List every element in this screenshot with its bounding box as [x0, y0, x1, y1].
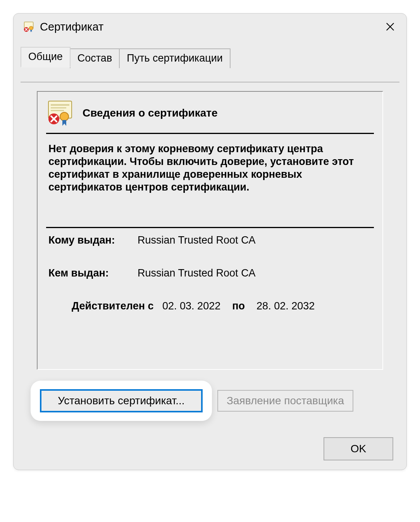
valid-from: 02. 03. 2022: [162, 300, 220, 312]
info-panel: Сведения о сертификате Нет доверия к это…: [37, 91, 383, 370]
info-heading: Сведения о сертификате: [83, 107, 218, 119]
valid-mid: по: [232, 300, 245, 312]
titlebar: Сертификат: [14, 14, 406, 37]
valid-to: 28. 02. 2032: [256, 300, 315, 312]
issued-by-row: Кем выдан: Russian Trusted Root CA: [48, 267, 372, 279]
tab-details[interactable]: Состав: [70, 48, 120, 68]
certificate-error-icon: [22, 20, 36, 34]
close-icon[interactable]: [382, 19, 398, 34]
issued-to-row: Кому выдан: Russian Trusted Root CA: [48, 234, 372, 246]
svg-point-8: [60, 112, 69, 121]
tab-certpath[interactable]: Путь сертификации: [119, 48, 231, 68]
tab-content-general: Сведения о сертификате Нет доверия к это…: [37, 91, 383, 408]
trust-warning-text: Нет доверия к этому корневому сертификат…: [46, 134, 374, 227]
svg-rect-6: [51, 110, 64, 111]
issued-by-value: Russian Trusted Root CA: [138, 267, 256, 279]
action-button-row: Установить сертификат... Заявление поста…: [31, 381, 383, 421]
svg-point-2: [29, 26, 33, 30]
issued-to-value: Russian Trusted Root CA: [138, 234, 256, 246]
issuer-statement-button[interactable]: Заявление поставщика: [217, 390, 353, 412]
tab-general[interactable]: Общие: [21, 47, 71, 67]
validity-row: Действителен с 02. 03. 2022 по 28. 02. 2…: [48, 300, 372, 312]
certificate-dialog: Сертификат Общие Состав Путь сертификаци…: [13, 13, 407, 470]
certificate-large-icon: [46, 100, 74, 126]
svg-rect-4: [51, 104, 69, 106]
ok-button[interactable]: OK: [324, 437, 393, 460]
window-title: Сертификат: [40, 21, 382, 33]
svg-rect-5: [51, 107, 66, 108]
tab-border: [21, 82, 399, 82]
issued-to-label: Кому выдан:: [48, 234, 138, 246]
install-highlight: Установить сертификат...: [31, 381, 212, 421]
tab-strip: Общие Состав Путь сертификации: [21, 47, 406, 67]
valid-prefix: Действителен с: [72, 300, 154, 312]
install-certificate-button[interactable]: Установить сертификат...: [40, 389, 203, 412]
issued-by-label: Кем выдан:: [48, 267, 138, 279]
